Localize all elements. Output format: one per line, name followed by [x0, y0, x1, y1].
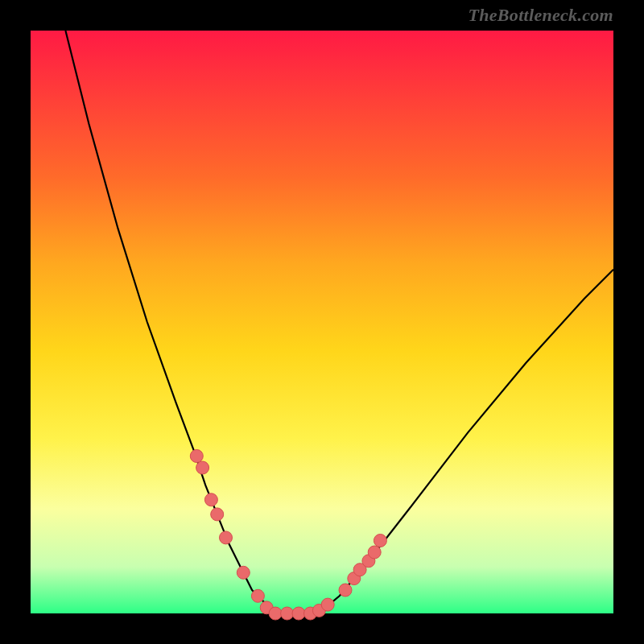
data-point	[196, 461, 209, 474]
outer-frame: TheBottleneck.com	[0, 0, 644, 644]
data-point	[269, 607, 282, 620]
data-point	[339, 584, 352, 597]
data-point	[204, 493, 217, 506]
data-point	[190, 450, 203, 463]
data-point	[237, 566, 250, 579]
bottleneck-curve	[65, 31, 613, 613]
data-point	[374, 535, 386, 547]
data-point	[321, 598, 334, 611]
data-point	[251, 589, 264, 602]
watermark-label: TheBottleneck.com	[469, 5, 613, 26]
data-point	[220, 531, 233, 544]
chart-overlay	[31, 31, 613, 613]
data-point	[292, 607, 305, 620]
data-point	[368, 546, 381, 559]
data-point	[281, 607, 294, 620]
data-point	[211, 508, 224, 521]
marker-group	[190, 450, 386, 621]
